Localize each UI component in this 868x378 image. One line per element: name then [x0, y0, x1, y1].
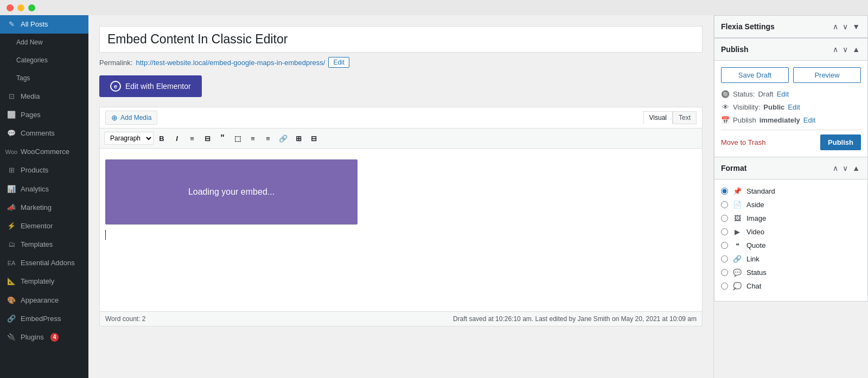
sidebar-item-templately[interactable]: 📐 Templately — [0, 272, 88, 291]
flexia-header: Flexia Settings ∧ ∨ ▼ — [714, 16, 867, 38]
flexia-collapse-down-button[interactable]: ∨ — [841, 21, 849, 32]
format-radio-chat[interactable] — [721, 283, 728, 290]
sidebar-item-media[interactable]: ⊡ Media — [0, 87, 88, 106]
sidebar-item-pages[interactable]: ⬜ Pages — [0, 106, 88, 124]
preview-button[interactable]: Preview — [793, 67, 861, 83]
align-left-button[interactable]: ⬚ — [231, 131, 245, 145]
permalink-url[interactable]: http://test-website.local/embed-google-m… — [136, 59, 325, 67]
flexia-collapse-up-button[interactable]: ∧ — [832, 21, 839, 32]
format-option-status: 💬 Status — [721, 267, 861, 277]
publish-down-button[interactable]: ∨ — [841, 44, 849, 55]
publish-time-edit-link[interactable]: Edit — [803, 116, 815, 124]
flexia-title: Flexia Settings — [721, 22, 775, 31]
sidebar-item-add-new[interactable]: Add New — [0, 34, 88, 52]
templates-icon: 🗂 — [7, 240, 16, 249]
bold-button[interactable]: B — [155, 131, 169, 145]
elementor-edit-button[interactable]: e Edit with Elementor — [99, 75, 202, 97]
sidebar-item-marketing[interactable]: 📣 Marketing — [0, 198, 88, 217]
permalink-label: Permalink: — [99, 59, 132, 67]
format-radio-standard[interactable] — [721, 188, 728, 195]
word-count-area: Word count: 2 — [105, 315, 146, 323]
ordered-list-button[interactable]: ⊟ — [200, 131, 214, 145]
format-toggle-button[interactable]: ▲ — [851, 163, 861, 174]
format-down-button[interactable]: ∨ — [841, 163, 849, 174]
sidebar-item-products[interactable]: ⊞ Products — [0, 161, 88, 180]
sidebar-item-comments[interactable]: 💬 Comments — [0, 124, 88, 143]
save-draft-button[interactable]: Save Draft — [721, 67, 789, 83]
sidebar-item-elementor[interactable]: ⚡ Elementor — [0, 217, 88, 235]
more-button[interactable]: ⊟ — [307, 131, 321, 145]
format-up-button[interactable]: ∧ — [832, 163, 839, 174]
publish-footer: Move to Trash Publish — [721, 130, 861, 150]
publish-time-label: Publish — [733, 116, 756, 124]
elementor-button-label: Edit with Elementor — [125, 82, 191, 91]
sidebar-item-categories[interactable]: Categories — [0, 52, 88, 69]
format-option-chat: 💭 Chat — [721, 281, 861, 291]
format-aside-icon: 📄 — [732, 200, 742, 209]
format-radio-video[interactable] — [721, 228, 728, 235]
elementor-icon: ⚡ — [7, 221, 16, 231]
format-label-video: Video — [746, 228, 764, 236]
sidebar-item-essential-addons[interactable]: EA Essential Addons — [0, 254, 88, 272]
sidebar-item-embedpress[interactable]: 🔗 EmbedPress — [0, 310, 88, 328]
align-center-button[interactable]: ≡ — [246, 131, 260, 145]
link-button[interactable]: 🔗 — [276, 131, 290, 145]
format-radio-image[interactable] — [721, 215, 728, 222]
format-section: Format ∧ ∨ ▲ 📌 Standard 📄 Aside — [714, 157, 868, 302]
tab-text[interactable]: Text — [673, 111, 697, 124]
publish-up-button[interactable]: ∧ — [832, 44, 839, 55]
sidebar-item-plugins[interactable]: 🔌 Plugins 4 — [0, 328, 88, 347]
word-count-value: 2 — [142, 315, 146, 323]
sidebar-item-tags[interactable]: Tags — [0, 69, 88, 87]
editor-body[interactable]: Loading your embed... — [100, 149, 702, 311]
format-radio-aside[interactable] — [721, 201, 728, 208]
publish-controls: ∧ ∨ ▲ — [832, 44, 861, 55]
visual-text-tabs: Visual Text — [643, 111, 697, 124]
publish-button[interactable]: Publish — [820, 134, 861, 150]
format-radio-status[interactable] — [721, 269, 728, 276]
main-area: Permalink: http://test-website.local/emb… — [88, 0, 868, 378]
publish-time-value: immediately — [760, 116, 800, 124]
publish-action-row: Save Draft Preview — [721, 67, 861, 83]
add-media-icon: ⊕ — [111, 113, 118, 122]
italic-button[interactable]: I — [170, 131, 184, 145]
post-title-input[interactable] — [99, 26, 703, 53]
publish-toggle-button[interactable]: ▲ — [851, 44, 861, 55]
format-radio-quote[interactable] — [721, 242, 728, 249]
format-label-status: Status — [746, 268, 767, 277]
sidebar-item-all-posts[interactable]: ✎ All Posts — [0, 15, 88, 34]
sidebar-item-analytics[interactable]: 📊 Analytics — [0, 180, 88, 198]
flexia-toggle-button[interactable]: ▼ — [851, 21, 861, 32]
minimize-btn[interactable] — [17, 4, 24, 11]
tab-visual[interactable]: Visual — [643, 111, 673, 124]
format-option-link: 🔗 Link — [721, 254, 861, 264]
add-media-button[interactable]: ⊕ Add Media — [105, 111, 157, 125]
visibility-edit-link[interactable]: Edit — [788, 103, 800, 111]
blockquote-button[interactable]: " — [215, 131, 229, 145]
format-option-video: ▶ Video — [721, 227, 861, 236]
move-to-trash-link[interactable]: Move to Trash — [721, 138, 765, 146]
status-icon: 🔘 — [721, 89, 730, 98]
format-toolbar: Paragraph B I ≡ ⊟ " ⬚ ≡ ≡ 🔗 ⊞ ⊟ — [100, 129, 702, 149]
table-button[interactable]: ⊞ — [291, 131, 305, 145]
analytics-icon: 📊 — [7, 184, 16, 194]
publish-time-row: 📅 Publish immediately Edit — [721, 116, 861, 124]
status-edit-link[interactable]: Edit — [777, 90, 789, 98]
paragraph-select[interactable]: Paragraph — [104, 132, 154, 145]
add-media-label: Add Media — [120, 114, 151, 121]
embed-preview: Loading your embed... — [105, 159, 358, 225]
sidebar-item-templates[interactable]: 🗂 Templates — [0, 235, 88, 254]
publish-section: Publish ∧ ∨ ▲ Save Draft Preview 🔘 Statu… — [714, 39, 868, 157]
format-radio-link[interactable] — [721, 255, 728, 262]
sidebar-item-appearance[interactable]: 🎨 Appearance — [0, 291, 88, 310]
format-header: Format ∧ ∨ ▲ — [714, 157, 867, 180]
format-controls: ∧ ∨ ▲ — [832, 163, 861, 174]
close-btn[interactable] — [7, 4, 14, 11]
sidebar-item-woocommerce[interactable]: Woo WooCommerce — [0, 143, 88, 161]
format-option-quote: ❝ Quote — [721, 240, 861, 250]
maximize-btn[interactable] — [28, 4, 35, 11]
unordered-list-button[interactable]: ≡ — [185, 131, 199, 145]
align-right-button[interactable]: ≡ — [261, 131, 275, 145]
permalink-edit-button[interactable]: Edit — [328, 57, 349, 68]
right-panel: Flexia Settings ∧ ∨ ▼ Publish ∧ ∨ ▲ — [713, 15, 868, 378]
